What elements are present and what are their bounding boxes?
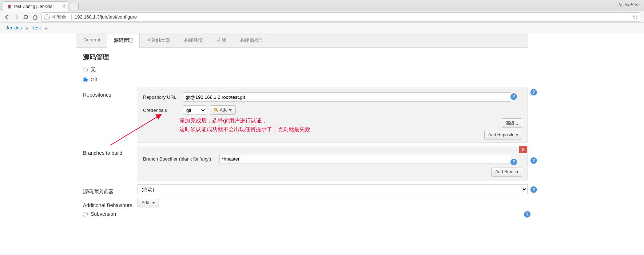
help-icon[interactable]: ? — [510, 159, 517, 165]
add-behaviour-label: Add — [142, 200, 149, 205]
home-button[interactable] — [32, 14, 39, 20]
help-icon[interactable]: ? — [524, 211, 530, 218]
chevron-right-icon: ▶ — [45, 26, 48, 30]
tab-build[interactable]: 构建 — [210, 33, 233, 47]
browser-chrome: test Config [Jenkins] × Jy_BigBoss i 不安全… — [0, 0, 644, 23]
branches-row: Branches to build ? X Branch Specifier (… — [83, 146, 528, 181]
scm-radio-git[interactable]: Git — [83, 77, 521, 82]
browser-tab[interactable]: test Config [Jenkins] × — [3, 1, 68, 11]
repo-browser-row: 源码库浏览器 ? (自动) — [83, 184, 528, 195]
branch-spec-label: Branch Specifier (blank for 'any') — [143, 156, 219, 162]
omnibox[interactable]: i 不安全 ☆ — [41, 12, 640, 22]
new-tab-button[interactable] — [70, 3, 79, 10]
caret-down-icon — [152, 202, 155, 204]
favicon-jenkins — [7, 4, 12, 9]
tab-general[interactable]: General — [76, 33, 107, 47]
repository-panel: Repository URL ? Credentials git Add — [138, 88, 528, 143]
tab-scm[interactable]: 源码管理 — [107, 33, 140, 48]
config-content: General 源码管理 构建触发器 构建环境 构建 构建后操作 源码管理 无 … — [76, 33, 528, 222]
section-title: 源码管理 — [83, 53, 521, 61]
advanced-button[interactable]: 高级... — [502, 118, 522, 128]
repositories-row: Repositories ? Repository URL ? Credenti… — [83, 88, 528, 143]
reload-button[interactable] — [23, 14, 29, 20]
repo-url-input[interactable] — [183, 92, 511, 102]
annotation-text: 添加完成后，选择git用户进行认证， 这时候认证成功就不会出现任何提示了，否则就… — [179, 116, 310, 134]
branch-panel: X Branch Specifier (blank for 'any') ? A… — [138, 146, 528, 181]
add-repo-button-label: Add Repository — [488, 132, 518, 137]
repo-url-label: Repository URL — [143, 94, 183, 100]
caret-down-icon — [229, 109, 232, 111]
add-branch-button-label: Add Branch — [495, 169, 518, 174]
svg-point-0 — [8, 4, 11, 7]
radio-git-label: Git — [91, 77, 97, 82]
repositories-label: Repositories — [83, 88, 138, 98]
back-button[interactable] — [4, 14, 10, 20]
additional-behaviours-row: Additional Behaviours Add — [83, 198, 528, 208]
help-icon[interactable]: ? — [530, 186, 537, 193]
key-icon — [214, 108, 218, 112]
forward-button[interactable] — [13, 14, 20, 20]
omnibox-divider — [71, 14, 72, 20]
radio-none-label: 无 — [91, 66, 96, 73]
radio-svn-label: Subversion — [91, 211, 116, 217]
repo-browser-label: 源码库浏览器 — [83, 184, 138, 195]
site-info-icon[interactable]: i — [44, 14, 50, 20]
help-icon[interactable]: ? — [530, 157, 537, 164]
chevron-right-icon: ▶ — [26, 26, 29, 30]
breadcrumb: Jenkins ▶ test ▶ — [0, 23, 644, 33]
breadcrumb-test[interactable]: test — [33, 25, 41, 31]
tab-title: test Config [Jenkins] — [14, 4, 53, 9]
branch-spec-input[interactable] — [219, 154, 511, 163]
tab-close-icon[interactable]: × — [63, 4, 65, 9]
radio-none[interactable] — [83, 68, 88, 72]
chrome-profile-name[interactable]: Jy_BigBoss — [617, 2, 640, 7]
scm-svn-row: ? Subversion — [76, 211, 528, 222]
radio-svn[interactable] — [83, 212, 88, 216]
credentials-add-button[interactable]: Add — [210, 105, 236, 115]
radio-git[interactable] — [83, 77, 88, 82]
config-tabs: General 源码管理 构建触发器 构建环境 构建 构建后操作 — [76, 33, 528, 48]
not-secure-label: 不安全 — [52, 14, 66, 20]
additional-label: Additional Behaviours — [83, 198, 138, 208]
scm-radio-svn[interactable]: Subversion — [83, 211, 521, 217]
advanced-button-label: 高级... — [506, 120, 518, 126]
tab-triggers[interactable]: 构建触发器 — [140, 33, 177, 47]
repo-browser-select[interactable]: (自动) — [138, 184, 528, 194]
tab-post-build[interactable]: 构建后操作 — [233, 33, 271, 47]
scm-radio-none[interactable]: 无 — [83, 66, 521, 73]
breadcrumb-jenkins[interactable]: Jenkins — [6, 25, 22, 31]
branches-label: Branches to build — [83, 146, 138, 156]
address-bar: i 不安全 ☆ — [0, 11, 644, 23]
tab-strip: test Config [Jenkins] × Jy_BigBoss — [0, 0, 644, 11]
bookmark-star-icon[interactable]: ☆ — [633, 13, 638, 20]
help-icon[interactable]: ? — [530, 89, 537, 96]
scm-section: 源码管理 无 Git — [76, 48, 528, 88]
add-repository-button[interactable]: Add Repository — [484, 130, 522, 139]
annotation-line2: 这时候认证成功就不会出现任何提示了，否则就是失败 — [179, 125, 310, 134]
credentials-label: Credentials — [143, 108, 183, 113]
help-icon[interactable]: ? — [510, 93, 517, 100]
add-button-label: Add — [220, 108, 227, 113]
svg-rect-1 — [8, 7, 10, 8]
tab-build-env[interactable]: 构建环境 — [177, 33, 210, 47]
add-branch-button[interactable]: Add Branch — [491, 167, 522, 177]
url-input[interactable] — [75, 14, 633, 20]
credentials-select[interactable]: git — [183, 105, 206, 115]
add-behaviour-button[interactable]: Add — [138, 198, 159, 207]
delete-branch-button[interactable]: X — [519, 146, 527, 153]
annotation-line1: 添加完成后，选择git用户进行认证， — [179, 116, 310, 125]
